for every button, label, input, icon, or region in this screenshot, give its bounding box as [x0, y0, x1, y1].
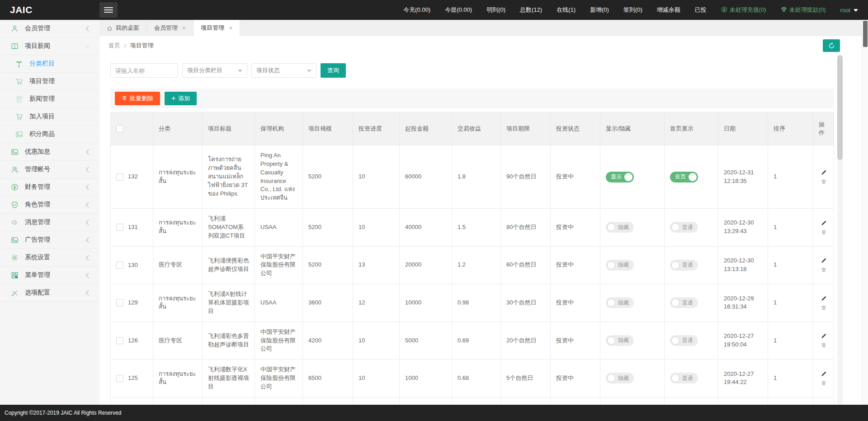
breadcrumb-current: 项目管理	[130, 42, 154, 50]
content-scrollbar-thumb[interactable]	[837, 55, 843, 160]
window-scrollbar[interactable]	[862, 20, 868, 405]
sidebar-item-role-management[interactable]: 角色管理	[0, 196, 99, 214]
col-min-invest: 起投金额	[400, 112, 452, 145]
tab-member-management[interactable]: 会员管理 ×	[147, 20, 193, 36]
breadcrumb-home[interactable]: 首页	[108, 42, 120, 50]
sidebar-item-news-management[interactable]: 新闻管理	[0, 90, 99, 108]
sidebar-item-project-news[interactable]: 项目新闻	[0, 37, 99, 55]
cell-profit: 1.2	[452, 246, 501, 284]
tab-project-management[interactable]: 项目管理 ×	[193, 20, 240, 36]
status-select[interactable]: 项目状态	[251, 63, 316, 78]
cell-profit: 0.98	[452, 284, 501, 322]
edit-icon[interactable]	[821, 169, 827, 176]
cell-min-invest: 5000	[400, 322, 452, 360]
cell-date: 2020-12-30 13:13:18	[718, 246, 768, 284]
pending-recharge-link[interactable]: 未处理充值(0)	[721, 6, 766, 14]
toggle-knob	[607, 261, 615, 269]
cell-scale: 5200	[303, 209, 353, 247]
cell-category: การลงทุนระยะสั้น	[153, 397, 203, 405]
cell-scale: 5200	[303, 246, 353, 284]
delete-icon[interactable]	[821, 342, 826, 348]
cell-status: 投资中	[551, 246, 600, 284]
sidebar-item-project-management[interactable]: 项目管理	[0, 73, 99, 90]
content-scrollbar[interactable]	[837, 55, 843, 405]
homepage-toggle[interactable]: 普通	[670, 335, 698, 346]
visibility-toggle[interactable]: 隐藏	[606, 297, 634, 308]
visibility-toggle[interactable]: 隐藏	[606, 373, 634, 384]
col-category: 分类	[153, 112, 203, 145]
stat-invested[interactable]: 已投	[695, 6, 707, 14]
cell-min-invest: 60000	[400, 145, 452, 209]
document-icon	[15, 95, 24, 103]
cell-category: 医疗专区	[153, 246, 203, 284]
row-checkbox[interactable]	[116, 262, 123, 269]
edit-icon[interactable]	[821, 371, 827, 377]
stat-online: 在线(1)	[557, 6, 576, 14]
add-button[interactable]: + 添加	[165, 92, 197, 105]
edit-icon[interactable]	[821, 257, 827, 264]
user-menu[interactable]: root	[840, 7, 858, 14]
visibility-toggle[interactable]: 隐藏	[606, 260, 634, 271]
delete-icon[interactable]	[821, 179, 826, 184]
sidebar-item-category-columns[interactable]: 分类栏目	[0, 55, 99, 73]
name-search-input[interactable]	[110, 63, 178, 78]
row-checkbox[interactable]	[116, 375, 123, 382]
sidebar-item-member-management[interactable]: 会员管理	[0, 20, 99, 37]
cell-title: โครงการถ่ายภาพด้วยคลื่นสนามแม่เหล็กไฟฟ้า…	[203, 145, 255, 209]
sidebar-item-ads-management[interactable]: 广告管理	[0, 231, 99, 249]
sidebar-item-join-project[interactable]: 加入项目	[0, 108, 99, 126]
close-icon[interactable]: ×	[182, 25, 186, 31]
cell-progress: 13	[353, 246, 400, 284]
sidebar-item-finance-management[interactable]: 财务管理	[0, 178, 99, 196]
homepage-toggle[interactable]: 首页	[670, 172, 698, 182]
cell-title: 飞利浦便携彩色超声诊断仪项目	[203, 246, 255, 284]
select-all-checkbox[interactable]	[116, 125, 123, 132]
row-checkbox[interactable]	[116, 299, 123, 306]
tab-my-desktop[interactable]: 我的桌面	[99, 20, 147, 36]
refresh-button[interactable]	[823, 39, 840, 52]
tools-icon	[11, 289, 19, 297]
image-icon	[11, 148, 19, 156]
delete-icon[interactable]	[821, 229, 826, 235]
col-title: 项目标题	[203, 112, 255, 145]
homepage-toggle[interactable]: 普通	[670, 297, 698, 308]
sidebar-item-points-goods[interactable]: 积分商品	[0, 126, 99, 143]
visibility-toggle[interactable]: 显示	[606, 172, 634, 182]
row-checkbox[interactable]	[116, 173, 123, 181]
visibility-toggle[interactable]: 隐藏	[606, 335, 634, 346]
visibility-toggle[interactable]: 隐藏	[606, 222, 634, 233]
sidebar-item-message-management[interactable]: 消息管理	[0, 214, 99, 231]
sidebar-item-system-settings[interactable]: 系统设置	[0, 249, 99, 267]
sidebar-item-options-config[interactable]: 选项配置	[0, 284, 99, 302]
delete-icon[interactable]	[821, 305, 826, 310]
batch-delete-button[interactable]: 批量删除	[115, 92, 160, 105]
edit-icon[interactable]	[821, 295, 827, 302]
col-actions: 操作	[813, 112, 834, 145]
projects-table: 分类 项目标题 保理机构 项目规模 投资进度 起投金额 交易收益 项目期限 投资…	[110, 112, 834, 405]
search-button[interactable]: 查询	[321, 63, 346, 78]
edit-icon[interactable]	[821, 220, 827, 226]
pending-withdraw-link[interactable]: 未处理提款(0)	[781, 6, 826, 14]
delete-icon[interactable]	[821, 267, 826, 272]
window-scrollbar-thumb[interactable]	[863, 21, 868, 47]
homepage-toggle[interactable]: 普通	[670, 260, 698, 271]
row-checkbox[interactable]	[116, 224, 123, 231]
cell-agency: 中国平安财产保险股份有限公司	[255, 246, 303, 284]
row-checkbox[interactable]	[116, 337, 123, 344]
cell-date: 2020-12-27 19:29:41	[718, 397, 768, 405]
table-row: 124 การลงทุนระยะสั้น โครงการเครื่องอัลตร…	[111, 397, 834, 405]
close-icon[interactable]: ×	[229, 25, 232, 31]
delete-icon[interactable]	[821, 380, 826, 386]
category-select[interactable]: 项目分类栏目	[182, 63, 247, 78]
edit-icon[interactable]	[821, 333, 827, 339]
sidebar-item-menu-management[interactable]: 菜单管理	[0, 267, 99, 284]
sidebar-item-promo-interest[interactable]: 优惠加息	[0, 143, 99, 161]
hamburger-menu-icon[interactable]	[99, 2, 118, 18]
table-row: 129 การลงทุนระยะสั้น 飞利浦X射线计算机体层摄影项目 USA…	[111, 284, 834, 322]
sidebar-item-admin-accounts[interactable]: 管理帐号	[0, 161, 99, 178]
homepage-toggle[interactable]: 普通	[670, 222, 698, 233]
row-id: 126	[128, 337, 138, 344]
stat-balance-adjust[interactable]: 增减余额	[657, 6, 680, 14]
homepage-toggle[interactable]: 普通	[670, 373, 698, 384]
image-icon	[15, 130, 24, 138]
